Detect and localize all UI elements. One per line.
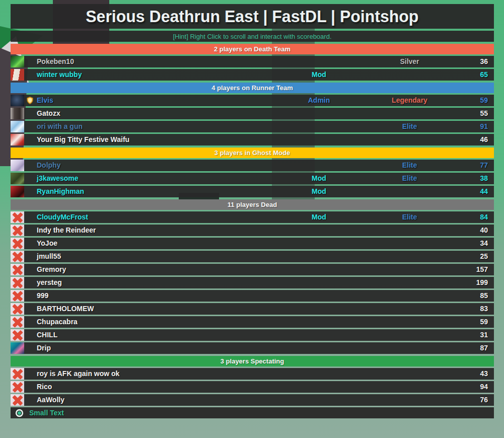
player-row[interactable]: ori with a gunElite91 xyxy=(11,121,494,132)
player-score: 25 xyxy=(480,251,488,262)
player-row[interactable]: BARTHOLOMEW83 xyxy=(11,303,494,315)
dead-x-icon[interactable] xyxy=(11,329,24,341)
player-title: Silver xyxy=(363,56,456,67)
player-row[interactable]: CHILL31 xyxy=(11,329,494,341)
player-rank: Mod xyxy=(277,173,361,184)
player-avatar[interactable] xyxy=(11,186,24,197)
player-name: Dolphy xyxy=(37,160,60,171)
player-row[interactable]: j3kawesomeModElite38 xyxy=(11,173,494,184)
dead-x-icon[interactable] xyxy=(11,290,24,302)
player-row[interactable]: Indy the Reindeer40 xyxy=(11,225,494,236)
player-avatar[interactable] xyxy=(11,56,24,67)
section-label: 3 players in Ghost Mode xyxy=(214,149,290,157)
player-name: BARTHOLOMEW xyxy=(37,303,94,315)
player-title: Elite xyxy=(363,160,456,171)
player-avatar[interactable] xyxy=(11,342,24,354)
player-row[interactable]: Your Big Titty Festive Waifu46 xyxy=(11,134,494,145)
section-header-dead: 11 players Dead xyxy=(11,199,494,210)
player-score: 77 xyxy=(480,160,488,171)
dead-x-icon[interactable] xyxy=(11,251,24,262)
section-header-death-team: 2 players on Death Team xyxy=(11,44,494,54)
player-row[interactable]: RyanHighmanMod44 xyxy=(11,186,494,197)
player-avatar[interactable] xyxy=(11,160,24,171)
player-row[interactable]: DolphyElite77 xyxy=(11,160,494,171)
player-name: Gatozx xyxy=(37,108,60,119)
player-score: 38 xyxy=(480,173,488,184)
player-row[interactable]: jmull5525 xyxy=(11,251,494,262)
player-row[interactable]: CloudyMcFrostModElite84 xyxy=(11,211,494,223)
dead-x-icon[interactable] xyxy=(11,277,24,288)
player-score: 157 xyxy=(476,264,488,275)
server-title-bar: Serious Deathrun East | FastDL | Pointsh… xyxy=(11,4,494,29)
player-row[interactable]: Drip87 xyxy=(11,342,494,354)
player-score: 91 xyxy=(480,121,488,132)
player-row[interactable]: Gatozx55 xyxy=(11,108,494,119)
player-score: 46 xyxy=(480,134,488,145)
player-row[interactable]: roy is AFK again wow ok43 xyxy=(11,368,494,380)
server-title: Serious Deathrun East | FastDL | Pointsh… xyxy=(86,7,418,26)
player-row[interactable]: ElvisAdminLegendary59 xyxy=(11,95,494,106)
player-avatar[interactable] xyxy=(11,173,24,184)
player-avatar[interactable] xyxy=(11,134,24,145)
player-name: winter wubby xyxy=(37,69,82,81)
player-score: 94 xyxy=(480,381,488,393)
player-avatar[interactable] xyxy=(11,69,24,81)
player-name: AaWolly xyxy=(37,394,64,406)
player-score: 59 xyxy=(480,316,488,328)
player-score: 55 xyxy=(480,108,488,119)
player-row[interactable]: yersteg199 xyxy=(11,277,494,288)
player-name: Indy the Reindeer xyxy=(37,225,96,236)
player-title: Legendary xyxy=(363,95,456,106)
section-label: 4 players on Runner Team xyxy=(211,84,293,92)
dead-x-icon[interactable] xyxy=(11,225,24,236)
player-row[interactable]: Gremory157 xyxy=(11,264,494,275)
player-name: yersteg xyxy=(37,277,62,288)
section-header-ghost-mode: 3 players in Ghost Mode xyxy=(11,148,494,158)
player-score: 87 xyxy=(480,342,488,354)
player-name: Drip xyxy=(37,342,51,354)
section-label: 11 players Dead xyxy=(228,201,277,208)
player-avatar[interactable] xyxy=(11,121,24,132)
player-avatar[interactable] xyxy=(11,108,24,119)
player-avatar[interactable] xyxy=(11,95,24,106)
player-row[interactable]: Chupacabra59 xyxy=(11,316,494,328)
player-name: Chupacabra xyxy=(37,316,78,328)
player-row[interactable]: Pokeben10Silver36 xyxy=(11,56,494,67)
dead-x-icon[interactable] xyxy=(11,211,24,223)
dead-x-icon[interactable] xyxy=(11,368,24,380)
dead-x-icon[interactable] xyxy=(11,264,24,275)
player-name: Gremory xyxy=(37,264,66,275)
player-row[interactable]: winter wubbyMod65 xyxy=(11,69,494,81)
player-score: 40 xyxy=(480,225,488,236)
player-name: Elvis xyxy=(37,95,53,106)
section-label: 2 players on Death Team xyxy=(214,45,291,53)
player-name: Pokeben10 xyxy=(37,56,74,67)
dead-x-icon[interactable] xyxy=(11,381,24,393)
section-header-runner-team: 4 players on Runner Team xyxy=(11,83,494,93)
small-text-toggle[interactable]: Small Text xyxy=(11,407,494,418)
player-row[interactable]: Rico94 xyxy=(11,381,494,393)
player-score: 34 xyxy=(480,238,488,249)
record-circle-icon xyxy=(15,409,24,417)
player-row[interactable]: YoJoe34 xyxy=(11,238,494,249)
dead-x-icon[interactable] xyxy=(11,394,24,406)
scoreboard-panel: Serious Deathrun East | FastDL | Pointsh… xyxy=(11,4,494,418)
player-rank: Mod xyxy=(277,211,361,223)
player-name: RyanHighman xyxy=(37,186,84,197)
dead-x-icon[interactable] xyxy=(11,238,24,249)
player-title: Elite xyxy=(363,121,456,132)
player-name: 999 xyxy=(37,290,48,302)
player-sections: 2 players on Death TeamPokeben10Silver36… xyxy=(11,44,494,406)
player-name: Rico xyxy=(37,381,52,393)
player-score: 44 xyxy=(480,186,488,197)
player-score: 59 xyxy=(480,95,488,106)
player-score: 85 xyxy=(480,290,488,302)
dead-x-icon[interactable] xyxy=(11,303,24,315)
player-row[interactable]: 99985 xyxy=(11,290,494,302)
section-label: 3 players Spectating xyxy=(221,357,284,365)
player-name: ori with a gun xyxy=(37,121,83,132)
player-score: 84 xyxy=(480,211,488,223)
player-row[interactable]: AaWolly76 xyxy=(11,394,494,406)
dead-x-icon[interactable] xyxy=(11,316,24,328)
player-score: 36 xyxy=(480,56,488,67)
